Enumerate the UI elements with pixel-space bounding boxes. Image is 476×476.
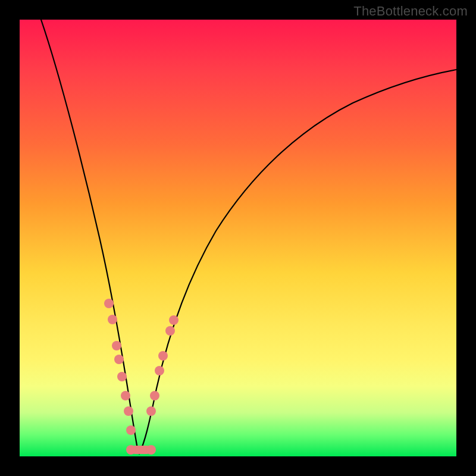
left-branch-dots: [104, 299, 136, 435]
svg-point-9: [150, 391, 159, 400]
bottleneck-curve-svg: [20, 20, 456, 456]
svg-point-12: [165, 326, 175, 336]
svg-point-6: [124, 406, 133, 416]
svg-point-2: [112, 341, 121, 350]
chart-frame: TheBottleneck.com: [0, 0, 476, 476]
svg-point-0: [104, 299, 114, 308]
plot-area: [20, 20, 456, 456]
bottom-bar: [126, 445, 156, 455]
svg-point-3: [114, 355, 124, 364]
svg-point-13: [169, 315, 178, 325]
svg-point-15: [126, 445, 136, 455]
watermark-text: TheBottleneck.com: [353, 4, 468, 19]
svg-point-4: [117, 372, 127, 381]
bottleneck-curve: [41, 20, 456, 453]
svg-point-1: [108, 315, 117, 324]
svg-point-10: [155, 366, 164, 375]
svg-point-11: [158, 351, 168, 361]
svg-point-5: [121, 391, 130, 400]
svg-point-7: [126, 425, 136, 435]
svg-point-16: [146, 445, 156, 455]
svg-point-8: [146, 406, 156, 416]
